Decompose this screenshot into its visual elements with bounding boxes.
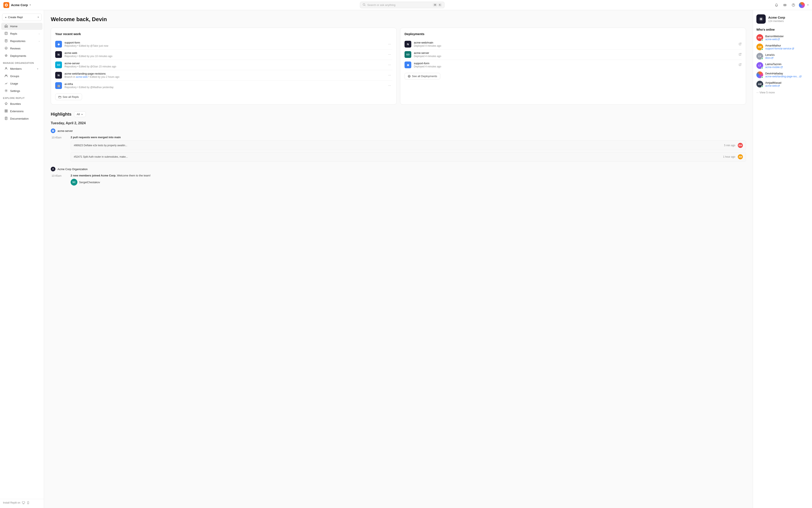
svg-rect-21: [59, 96, 61, 98]
highlights-date: Tuesday, April 2, 2024: [51, 121, 746, 125]
sidebar-documentation-label: Documentation: [10, 117, 29, 120]
see-all-repls-label: See all Repls: [63, 95, 79, 98]
work-item-info: acme-server Repository • Edited by @Gian…: [65, 62, 384, 68]
org-logo-icon: [3, 2, 9, 8]
bell-icon[interactable]: [782, 2, 788, 8]
online-user: AM AmanMathur support-form/ai-service: [757, 44, 809, 50]
deploy-external-link-icon[interactable]: [739, 63, 742, 67]
sidebar-bounties-label: Bounties: [10, 102, 21, 105]
work-item-info: acme-web Repository • Edited by you 10 m…: [65, 51, 384, 58]
deploy-item-info: acme-web/main Deployed 4 minutes ago: [414, 41, 736, 47]
deploy-item: N acme-web/main Deployed 4 minutes ago: [404, 39, 742, 49]
svg-point-7: [5, 47, 7, 49]
online-user: LT LaimaTazmin acme-mobile: [757, 62, 809, 69]
deploy-item-meta: Deployed 4 minutes ago: [414, 55, 736, 58]
notifications-icon[interactable]: [774, 2, 779, 8]
work-item-more-button[interactable]: ···: [387, 73, 392, 78]
user-current-link[interactable]: docs: [765, 56, 809, 59]
user-info: LaimaTazmin acme-mobile: [765, 62, 809, 69]
online-indicator: [761, 86, 763, 87]
see-all-repls-button[interactable]: See all Repls: [55, 94, 82, 100]
sidebar-extensions-label: Extensions: [10, 110, 24, 113]
sidebar-reviews-label: Reviews: [10, 47, 21, 50]
sidebar-item-documentation[interactable]: Documentation: [1, 115, 42, 122]
deploy-external-link-icon[interactable]: [739, 53, 742, 56]
work-item-more-button[interactable]: ···: [387, 41, 392, 47]
sidebar-item-home[interactable]: Home: [1, 23, 42, 30]
user-current-link[interactable]: acme-web: [765, 38, 809, 41]
org-logo: [757, 14, 766, 24]
org-chevron-icon[interactable]: ▾: [30, 4, 31, 6]
see-all-deployments-button[interactable]: See all Deployments: [404, 73, 440, 79]
deploy-external-link-icon[interactable]: [739, 42, 742, 46]
search-bar[interactable]: Search or ask anything ⌘ K: [360, 2, 444, 8]
sidebar-item-repls[interactable]: Repls ›: [1, 30, 42, 37]
user-current-link[interactable]: support-form/ai-service: [765, 47, 809, 50]
add-member-icon[interactable]: +: [36, 67, 40, 71]
work-item-more-button[interactable]: ···: [387, 83, 392, 88]
highlight-time: 10:45am: [51, 136, 66, 163]
user-name: LenaVu: [765, 53, 809, 56]
svg-rect-15: [5, 111, 6, 112]
work-item-name: acme-server: [65, 62, 384, 65]
sidebar-home-label: Home: [10, 25, 17, 28]
sidebar-item-usage[interactable]: Usage: [1, 80, 42, 87]
help-icon[interactable]: [790, 2, 796, 8]
user-name: AmjadMasad: [765, 81, 809, 84]
deploy-item-info: support-form Deployed 4 minutes ago: [414, 62, 736, 68]
online-user: DevinHalladay acme-web/landing-page-rev.…: [757, 72, 809, 78]
svg-point-10: [6, 75, 7, 76]
work-item-more-button[interactable]: ···: [387, 52, 392, 57]
recent-work-title: Your recent work: [55, 32, 392, 36]
svg-point-20: [28, 503, 28, 504]
sidebar-deployments-label: Deployments: [10, 54, 26, 57]
user-avatar[interactable]: [799, 2, 805, 8]
user-current-link[interactable]: acme-mobile: [765, 66, 809, 69]
acme-web-link[interactable]: acme-web: [76, 76, 87, 78]
install-footer[interactable]: Install Replit on: [0, 499, 44, 506]
bounties-icon: [4, 102, 8, 106]
work-item-meta: Repository • Edited by @Madhav yesterday: [65, 86, 384, 89]
deploy-item-meta: Deployed 4 minutes ago: [414, 65, 736, 68]
plus-icon: +: [5, 15, 7, 19]
svg-rect-16: [6, 111, 7, 112]
sidebar-item-members[interactable]: Members +: [1, 65, 42, 72]
mobile-icon: [27, 501, 30, 504]
deploy-item-name: acme-web/main: [414, 41, 736, 44]
highlights-filter-button[interactable]: All: [74, 111, 86, 117]
sidebar-item-reviews[interactable]: Reviews: [1, 45, 42, 52]
user-avatar-laima: LT: [757, 62, 763, 69]
sidebar-item-settings[interactable]: Settings: [1, 87, 42, 94]
user-current-link[interactable]: acme-web/landing-page-rev...: [765, 75, 809, 78]
sidebar-item-repositories[interactable]: Repositories ›: [1, 38, 42, 45]
user-name: DevinHalladay: [765, 72, 809, 75]
sidebar-item-deployments[interactable]: Deployments: [1, 52, 42, 59]
highlights-title: Highlights: [51, 112, 72, 117]
create-repl-chevron-icon: ▾: [38, 16, 39, 18]
new-member-avatar: SC: [71, 179, 77, 185]
highlight-content-2: 2 new members joined Acme Corp. Welcome …: [71, 174, 746, 185]
highlight-entry: 10:45am 2 pull requests were merged into…: [51, 136, 746, 163]
recent-work-card: Your recent work ◈ support-form Reposito…: [51, 28, 397, 104]
topbar-left: Acme Corp ▾: [3, 2, 31, 8]
work-item: ◈ support-form Repository • Edited by @T…: [55, 39, 392, 49]
work-item-icon: GO: [55, 61, 62, 68]
cards-row: Your recent work ◈ support-form Reposito…: [51, 28, 746, 104]
page-title: Welcome back, Devin: [51, 16, 746, 23]
view-more-button[interactable]: ··· View 5 more: [757, 90, 809, 95]
sidebar-item-extensions[interactable]: Extensions: [1, 108, 42, 115]
user-avatar-aman: AM: [757, 44, 763, 50]
highlight-event: 2 pull requests were merged into main: [71, 136, 746, 139]
work-item-more-button[interactable]: ···: [387, 62, 392, 68]
user-chevron-icon[interactable]: ▾: [807, 4, 809, 6]
user-current-link[interactable]: acme-web: [765, 84, 809, 87]
monitor-icon: [22, 501, 25, 504]
ellipsis-icon: ···: [757, 91, 759, 94]
org-info: Acme Corp 124 members: [768, 16, 785, 23]
sidebar-item-groups[interactable]: Groups: [1, 73, 42, 80]
create-repl-button[interactable]: + Create Repl ▾: [2, 13, 42, 21]
highlight-time-2: 10:45am: [51, 174, 66, 185]
work-item-meta: Repository • Edited by @Talor just now: [65, 44, 384, 47]
sidebar-item-bounties[interactable]: Bounties: [1, 100, 42, 108]
highlights-repo-acme-server: acme-server: [51, 128, 746, 133]
